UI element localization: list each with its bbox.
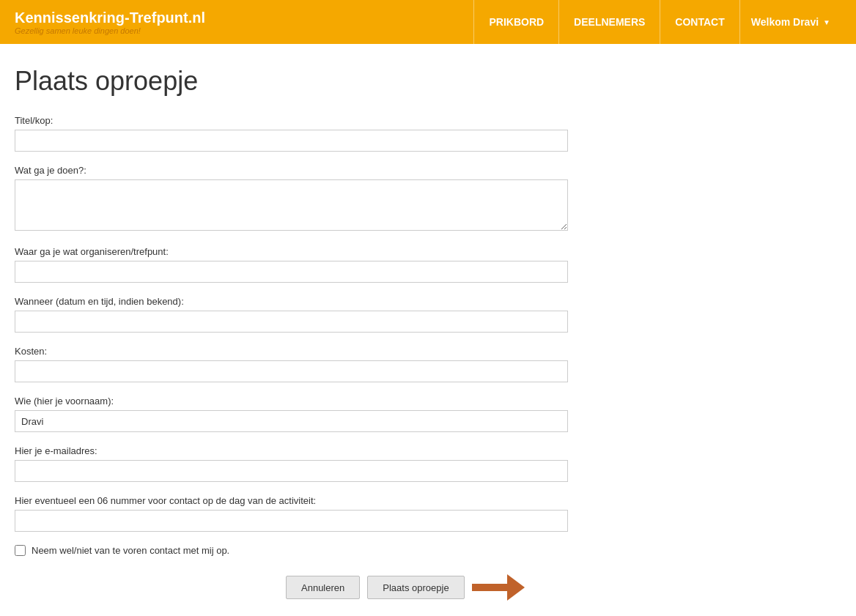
site-header: Kennissenkring-Trefpunt.nl Gezellig same… [0, 0, 856, 44]
input-wanneer[interactable] [15, 311, 568, 333]
input-wie[interactable] [15, 410, 568, 432]
nav-welcome[interactable]: Welkom Dravi ▼ [740, 0, 841, 44]
label-telefoon: Hier eventueel een 06 nummer voor contac… [15, 495, 835, 506]
input-email[interactable] [15, 460, 568, 482]
checkbox-label: Neem wel/niet van te voren contact met m… [32, 545, 229, 556]
arrow-indicator [472, 574, 525, 601]
arrow-body-icon [472, 584, 509, 591]
plaats-oproepje-button[interactable]: Plaats oproepje [367, 576, 464, 599]
field-waar: Waar ga je wat organiseren/trefpunt: [15, 246, 835, 283]
label-wie: Wie (hier je voornaam): [15, 396, 835, 407]
field-telefoon: Hier eventueel een 06 nummer voor contac… [15, 495, 835, 532]
brand: Kennissenkring-Trefpunt.nl Gezellig same… [15, 9, 205, 35]
label-email: Hier je e-mailadres: [15, 445, 835, 456]
nav-prikbord[interactable]: PRIKBORD [473, 0, 559, 44]
arrow-head-icon [507, 574, 525, 601]
input-telefoon[interactable] [15, 510, 568, 532]
field-kosten: Kosten: [15, 346, 835, 382]
label-wanneer: Wanneer (datum en tijd, indien bekend): [15, 296, 835, 307]
field-wat: Wat ga je doen?: [15, 165, 835, 233]
nav-deelnemers[interactable]: DEELNEMERS [559, 0, 660, 44]
checkbox-row: Neem wel/niet van te voren contact met m… [15, 545, 835, 556]
oproepje-form: Titel/kop: Wat ga je doen?: Waar ga je w… [15, 115, 835, 601]
page-title: Plaats oproepje [15, 66, 835, 97]
chevron-down-icon: ▼ [823, 18, 830, 26]
button-row: Annuleren Plaats oproepje [15, 574, 835, 601]
input-titel[interactable] [15, 130, 568, 152]
textarea-wat[interactable] [15, 179, 568, 231]
checkbox-contact[interactable] [15, 545, 26, 556]
field-wanneer: Wanneer (datum en tijd, indien bekend): [15, 296, 835, 333]
label-titel: Titel/kop: [15, 115, 835, 126]
label-kosten: Kosten: [15, 346, 835, 357]
main-content: Plaats oproepje Titel/kop: Wat ga je doe… [0, 44, 850, 616]
site-title: Kennissenkring-Trefpunt.nl [15, 9, 205, 26]
input-kosten[interactable] [15, 360, 568, 382]
nav-contact[interactable]: CONTACT [660, 0, 739, 44]
site-subtitle: Gezellig samen leuke dingen doen! [15, 26, 205, 35]
input-waar[interactable] [15, 261, 568, 283]
main-nav: PRIKBORD DEELNEMERS CONTACT Welkom Dravi… [473, 0, 841, 44]
label-waar: Waar ga je wat organiseren/trefpunt: [15, 246, 835, 257]
field-titel: Titel/kop: [15, 115, 835, 152]
field-email: Hier je e-mailadres: [15, 445, 835, 482]
welcome-text: Welkom Dravi [751, 16, 819, 28]
annuleren-button[interactable]: Annuleren [286, 576, 360, 599]
label-wat: Wat ga je doen?: [15, 165, 835, 176]
field-wie: Wie (hier je voornaam): [15, 396, 835, 432]
